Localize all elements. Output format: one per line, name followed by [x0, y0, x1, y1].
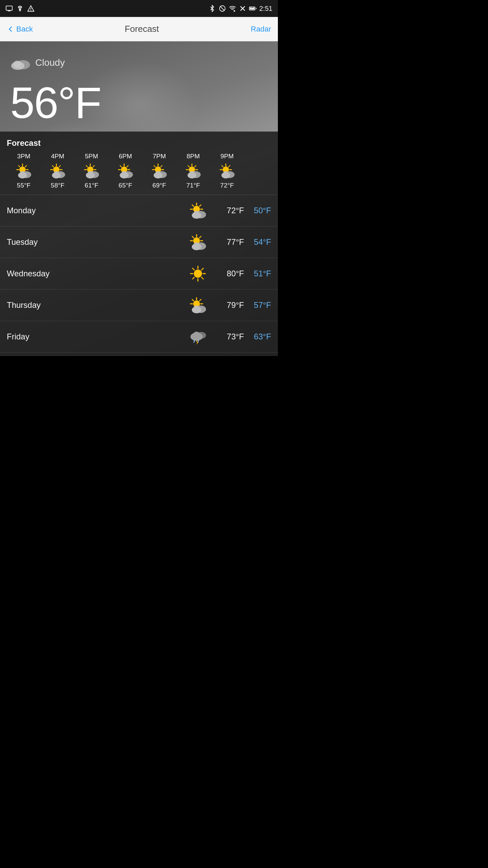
screen-icon	[5, 5, 13, 12]
hourly-item: 3PM 55°F	[7, 153, 41, 189]
hourly-time: 3PM	[17, 153, 30, 160]
daily-icon	[189, 202, 207, 219]
hourly-forecast-row: 3PM 55°F 4PM 58°F 5PM	[0, 153, 278, 195]
svg-line-48	[93, 165, 94, 167]
hourly-time: 7PM	[152, 153, 166, 160]
forecast-section-label: Forecast	[0, 138, 278, 153]
svg-point-62	[121, 171, 127, 176]
hourly-time: 9PM	[220, 153, 233, 160]
svg-point-5	[30, 10, 31, 11]
back-arrow-icon	[7, 25, 14, 33]
daily-row: Thursday 79°F 57°F	[0, 290, 278, 321]
daily-forecast-list: Monday 72°F 50°F Tuesday 77°F 5	[0, 195, 278, 353]
svg-line-81	[195, 165, 196, 167]
svg-line-46	[86, 165, 87, 167]
svg-line-132	[192, 299, 194, 301]
hourly-temp: 72°F	[220, 182, 234, 189]
daily-icon	[189, 328, 207, 346]
cloud-condition-icon	[10, 55, 30, 71]
hourly-temp: 58°F	[51, 182, 64, 189]
usb-icon	[16, 5, 24, 12]
svg-point-29	[20, 171, 25, 176]
daily-low: 50°F	[244, 206, 271, 215]
weather-condition: Cloudy	[10, 55, 268, 71]
svg-line-125	[202, 268, 204, 270]
daily-day: Tuesday	[7, 237, 189, 247]
status-bar-right-icons: 2:51	[208, 5, 272, 13]
hourly-temp: 65°F	[119, 182, 132, 189]
svg-point-73	[155, 171, 161, 176]
svg-line-24	[18, 165, 20, 167]
daily-day: Monday	[7, 206, 189, 215]
svg-point-18	[13, 61, 21, 68]
daily-low: 63°F	[244, 332, 271, 341]
svg-point-117	[194, 242, 200, 248]
svg-line-79	[188, 165, 189, 167]
back-label: Back	[16, 25, 33, 34]
svg-line-134	[200, 299, 201, 301]
daily-low: 51°F	[244, 269, 271, 278]
daily-high: 79°F	[217, 300, 244, 310]
svg-rect-0	[6, 6, 12, 11]
svg-line-92	[228, 165, 230, 167]
svg-line-57	[120, 165, 121, 167]
nav-title: Forecast	[125, 24, 159, 34]
daily-day: Wednesday	[7, 269, 189, 278]
hourly-item: 7PM 69°F	[142, 153, 176, 189]
status-bar: 2:51	[0, 0, 278, 17]
hourly-temp: 69°F	[152, 182, 166, 189]
hourly-temp: 71°F	[186, 182, 200, 189]
temperature: 56°F	[10, 81, 268, 125]
weather-background: Cloudy 56°F Forecast 3PM 55°F 4PM	[0, 41, 278, 356]
hourly-icon	[83, 163, 100, 179]
svg-line-124	[202, 277, 204, 279]
daily-high: 80°F	[217, 269, 244, 278]
daily-day: Friday	[7, 332, 189, 341]
bluetooth-icon	[208, 5, 216, 12]
svg-point-84	[189, 171, 195, 176]
battery-icon	[249, 5, 257, 12]
back-button[interactable]: Back	[7, 25, 33, 34]
warning-icon	[27, 5, 35, 12]
svg-point-140	[193, 332, 200, 338]
condition-text: Cloudy	[35, 57, 65, 68]
hourly-icon	[49, 163, 66, 179]
daily-low: 57°F	[244, 300, 271, 310]
daily-icon	[189, 296, 207, 314]
status-time: 2:51	[259, 5, 272, 13]
svg-line-26	[25, 165, 26, 167]
svg-point-137	[194, 305, 200, 311]
status-bar-left-icons	[5, 5, 35, 12]
hourly-temp: 61°F	[85, 182, 98, 189]
daily-day: Thursday	[7, 300, 189, 310]
svg-point-118	[194, 270, 202, 278]
hourly-time: 4PM	[51, 153, 64, 160]
hourly-item: 5PM 61°F	[75, 153, 108, 189]
svg-line-70	[161, 165, 162, 167]
hourly-time: 6PM	[119, 153, 132, 160]
daily-high: 73°F	[217, 332, 244, 341]
nav-bar: Back Forecast Radar	[0, 17, 278, 41]
svg-line-90	[222, 165, 223, 167]
hourly-time: 5PM	[85, 153, 98, 160]
hourly-icon	[16, 163, 32, 179]
hourly-temp: 55°F	[17, 182, 30, 189]
svg-line-59	[127, 165, 128, 167]
svg-line-114	[200, 236, 201, 238]
hourly-item: 4PM 58°F	[41, 153, 75, 189]
hourly-item: 9PM 72°F	[210, 153, 244, 189]
radar-button[interactable]: Radar	[251, 25, 271, 34]
hourly-item: 6PM 65°F	[108, 153, 142, 189]
svg-line-103	[200, 205, 201, 206]
daily-icon	[189, 265, 207, 282]
svg-line-126	[192, 277, 195, 279]
svg-line-101	[192, 205, 194, 206]
hourly-icon	[219, 163, 235, 179]
forecast-panel: Forecast 3PM 55°F 4PM 58	[0, 132, 278, 356]
svg-point-3	[19, 10, 21, 11]
svg-line-7	[220, 6, 225, 11]
svg-point-95	[223, 171, 229, 176]
svg-line-123	[192, 268, 195, 270]
svg-point-40	[54, 171, 59, 176]
svg-line-141	[194, 340, 195, 342]
